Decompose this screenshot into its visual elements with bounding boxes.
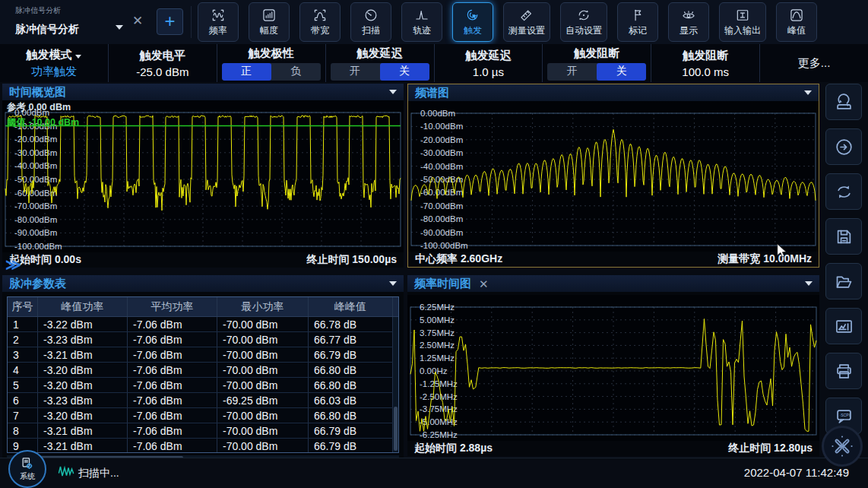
panel-freq-time[interactable]: 频率时间图 ✕ 6.25MHz5.00MHz3.75MHz2.50MHz1.25… — [407, 275, 819, 456]
toolbar-button-label: 标记 — [629, 24, 647, 37]
toggle-option-off[interactable]: 关 — [380, 63, 429, 81]
toolbar-button-auto-setup[interactable]: 自动设置 — [560, 2, 607, 42]
toolbar-button-amplitude[interactable]: 幅度 — [249, 2, 290, 42]
table-row[interactable]: 8-3.21 dBm-7.06 dBm-70.00 dBm66.79 dB — [8, 423, 398, 439]
softkey-trigger-mode[interactable]: 触发模式 功率触发 — [0, 44, 109, 82]
toggle-option-on[interactable]: 开 — [331, 63, 380, 81]
system-button[interactable]: 系统 — [8, 450, 46, 488]
add-tab-button[interactable]: + — [157, 8, 183, 35]
layout-button[interactable] — [822, 426, 863, 467]
panel-header[interactable]: 时间概览图 — [2, 84, 404, 100]
table-row[interactable]: 6-3.23 dBm-7.06 dBm-69.25 dBm66.03 dB — [8, 393, 398, 408]
sidebar-button-run[interactable] — [825, 128, 862, 165]
table-cell: 66.79 dB — [309, 423, 393, 438]
reference-level-label: 参考 0.00 dBm — [7, 101, 71, 114]
expand-tray-button[interactable]: ≫ — [5, 255, 20, 274]
toolbar-button-measure-setup[interactable]: 测量设置 — [503, 2, 550, 42]
softkey-label: 触发延迟 — [357, 46, 403, 61]
table-cell: -3.20 dBm — [38, 363, 128, 377]
toolbar-button-label: 触发 — [464, 24, 482, 37]
toolbar-button-label: 频率 — [209, 24, 227, 37]
trace-icon — [414, 8, 429, 23]
chevron-down-icon[interactable] — [805, 281, 813, 286]
toggle-option-off[interactable]: 关 — [597, 63, 646, 81]
toolbar-button-sweep[interactable]: 扫描 — [350, 2, 391, 42]
scrollbar-thumb[interactable] — [394, 407, 398, 451]
table-cell: 66.77 dB — [309, 332, 393, 347]
toggle-option-on[interactable]: 开 — [547, 63, 597, 81]
tab-title[interactable]: 脉冲信号分析 — [15, 23, 79, 36]
table-cell: 66.80 dB — [309, 363, 393, 377]
table-row[interactable]: 4-3.20 dBm-7.06 dBm-70.00 dBm66.80 dB — [8, 363, 398, 378]
table-cell: 66.79 dB — [309, 439, 393, 453]
svg-text:1.25MHz: 1.25MHz — [420, 353, 455, 363]
end-time-label: 终止时间 12.80µs — [728, 442, 813, 455]
panel-pulse-table[interactable]: 脉冲参数表 序号 峰值功率 平均功率 最小功率 峰峰值 1-3.22 dBm-7… — [2, 275, 404, 458]
table-cell: -7.06 dBm — [128, 317, 217, 331]
tab-chevron-down-icon[interactable] — [116, 25, 123, 30]
panel-close-icon[interactable]: ✕ — [479, 278, 489, 290]
toolbar-button-frequency[interactable]: 频率 — [198, 2, 239, 42]
table-cell: -3.23 dBm — [38, 332, 128, 347]
chevron-down-icon[interactable] — [804, 90, 812, 95]
sidebar-button-snapshot[interactable] — [825, 308, 862, 344]
toggle-option-negative[interactable]: 负 — [271, 63, 321, 81]
toolbar-button-trace[interactable]: 轨迹 — [401, 2, 442, 42]
freq-time-chart: 6.25MHz5.00MHz3.75MHz2.50MHz1.25MHz0.00H… — [407, 295, 819, 441]
chevron-down-icon[interactable] — [389, 90, 397, 94]
svg-text:-6.25MHz: -6.25MHz — [420, 430, 458, 439]
auto-setup-icon — [576, 8, 591, 23]
delay-toggle: 开 关 — [331, 63, 429, 81]
softkey-trigger-delay-value[interactable]: 触发延迟 1.0 µs — [435, 44, 543, 82]
softkey-value: 100.0 ms — [682, 65, 729, 78]
panel-spectrum[interactable]: 频谱图 0.00dBm-10.00dBm-20.00dBm-30.00dBm-4… — [407, 84, 819, 268]
softkey-trigger-holdoff-value[interactable]: 触发阻断 100.0 ms — [651, 44, 760, 82]
chevron-down-icon — [75, 55, 81, 59]
mouse-cursor — [777, 244, 787, 261]
table-row[interactable]: 2-3.23 dBm-7.06 dBm-70.00 dBm66.77 dB — [8, 332, 398, 347]
softkey-label: 触发阻断 — [683, 49, 728, 63]
toolbar-button-display[interactable]: 显示 — [668, 2, 709, 42]
toggle-option-positive[interactable]: 正 — [222, 63, 271, 81]
sidebar-button-open[interactable] — [825, 263, 862, 299]
io-icon — [735, 8, 750, 23]
sidebar-button-preset[interactable] — [825, 84, 862, 120]
panel-header[interactable]: 频谱图 — [408, 84, 819, 101]
chevron-down-icon[interactable] — [389, 281, 397, 286]
table-cell: -70.00 dBm — [217, 332, 309, 347]
softkey-label: 触发阻断 — [574, 46, 619, 61]
svg-text:-90.00dBm: -90.00dBm — [420, 228, 463, 237]
table-row[interactable]: 9-3.21 dBm-7.06 dBm-70.00 dBm66.79 dB — [8, 439, 398, 453]
svg-text:-90.00dBm: -90.00dBm — [14, 228, 57, 237]
panel-header[interactable]: 脉冲参数表 — [2, 275, 404, 292]
end-time-label: 终止时间 150.00µs — [306, 253, 397, 267]
table-cell: 4 — [8, 363, 38, 377]
table-cell: -3.21 dBm — [38, 439, 128, 453]
table-row[interactable]: 3-3.21 dBm-7.06 dBm-70.00 dBm66.79 dB — [8, 347, 398, 363]
sidebar-button-print[interactable] — [825, 353, 862, 389]
panel-header[interactable]: 频率时间图 ✕ — [407, 275, 819, 292]
holdoff-toggle: 开 关 — [547, 63, 646, 81]
softkey-more[interactable]: 更多... — [760, 44, 868, 82]
toolbar-button-io[interactable]: 输入输出 — [719, 2, 766, 42]
tab-close-icon[interactable]: ✕ — [130, 14, 145, 29]
softkey-trigger-level[interactable]: 触发电平 -25.0 dBm — [109, 44, 217, 82]
toolbar-button-peak[interactable]: 峰值 — [776, 2, 817, 42]
panel-time-overview[interactable]: 时间概览图 0.00dBm-10.00dBm-20.00dBm-30.00dBm… — [2, 84, 404, 268]
table-row[interactable]: 1-3.22 dBm-7.06 dBm-70.00 dBm66.78 dB — [8, 317, 398, 332]
vertical-scrollbar[interactable] — [393, 317, 398, 452]
refresh-icon — [834, 182, 854, 202]
table-cell: -7.06 dBm — [128, 408, 217, 423]
grid — [411, 113, 816, 246]
table-row[interactable]: 7-3.20 dBm-7.06 dBm-70.00 dBm66.80 dB — [8, 408, 398, 423]
sidebar-button-refresh[interactable] — [825, 173, 862, 210]
toolbar-button-marker[interactable]: 标记 — [617, 2, 658, 42]
table-cell: 66.78 dB — [309, 317, 393, 331]
table-row[interactable]: 5-3.20 dBm-7.06 dBm-70.00 dBm66.80 dB — [8, 378, 398, 393]
table-cell: -70.00 dBm — [217, 363, 309, 377]
spectrum-chart: 0.00dBm-10.00dBm-20.00dBm-30.00dBm-40.00… — [408, 101, 819, 252]
toolbar-button-trigger[interactable]: 触发 — [452, 2, 493, 42]
toolbar-button-label: 自动设置 — [565, 24, 602, 37]
toolbar-button-bandwidth[interactable]: 带宽 — [299, 2, 341, 42]
sidebar-button-save[interactable] — [825, 218, 862, 255]
